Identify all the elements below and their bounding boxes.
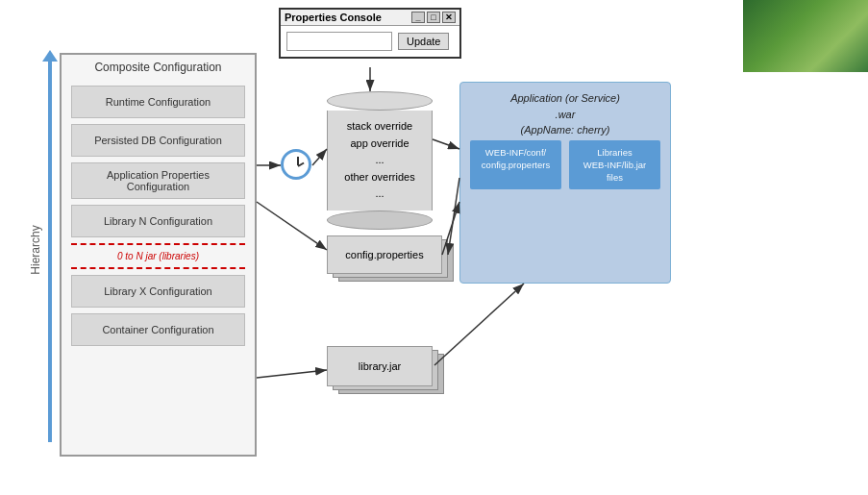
library-jar-box: library.jar [327,346,433,386]
minimize-button[interactable]: _ [411,12,425,23]
app-title-line1: Application (or Service) [510,92,620,104]
library-n-config-item: Library N Configuration [71,205,245,237]
clock-icon [281,149,311,180]
stack-override-line1: stack override [347,120,412,132]
console-titlebar: Properties Console _ □ ✕ [281,10,459,26]
app-title-line3: (AppName: cherry) [521,124,610,136]
app-box-title: Application (or Service) .war (AppName: … [460,83,670,140]
main-container: Properties Console _ □ ✕ Update Hierarch… [0,0,868,495]
hierarchy-label: Hierarchy [29,225,42,274]
runtime-config-item: Runtime Configuration [71,86,245,118]
update-button[interactable]: Update [398,33,449,50]
close-button[interactable]: ✕ [442,12,456,23]
web-inf-box: WEB-INF/conf/ config.properters [470,140,561,190]
cylinder-bottom [327,210,433,230]
config-properties-label: config.properties [345,249,423,260]
library-jar-label: library.jar [359,360,401,372]
console-title: Properties Console [285,12,382,23]
svg-line-4 [312,149,327,165]
dashed-separator [71,243,245,245]
container-config-item: Container Configuration [71,313,245,346]
persisted-db-config-item: Persisted DB Configuration [71,124,245,157]
composite-title: Composite Configuration [62,55,255,80]
svg-line-10 [434,284,524,365]
library-x-config-item: Library X Configuration [71,275,245,308]
app-properties-config-item: Application Properties Configuration [71,162,245,199]
arrow-line [48,58,52,442]
stack-override-line2: app override [350,137,409,149]
stack-override-cylinder: stack override app override ... other ov… [327,91,433,230]
libraries-box: Libraries WEB-INF/lib.jar files [569,140,660,190]
nature-image [743,0,868,72]
dashed-separator-2 [71,267,245,269]
config-properties-box: config.properties [327,235,442,274]
svg-line-9 [257,370,327,378]
dashed-label: 0 to N jar (libraries) [62,249,255,263]
hierarchy-arrow-container: Hierarchy [27,58,56,442]
svg-line-5 [433,139,459,149]
stack-override-line3: ... [375,154,384,165]
composite-config-box: Composite Configuration Runtime Configur… [60,53,257,457]
stack-override-line4: other overrides [344,171,414,183]
cylinder-top [327,91,433,111]
clock-circle [281,149,311,180]
stack-override-line5: ... [375,187,384,199]
app-title-line2: .war [556,109,576,120]
svg-line-7 [257,202,327,250]
app-inner-items: WEB-INF/conf/ config.properters Librarie… [460,140,670,190]
console-body: Update [281,26,459,57]
window-controls: _ □ ✕ [411,12,456,23]
application-box: Application (or Service) .war (AppName: … [459,82,671,284]
console-input[interactable] [286,32,392,51]
cylinder-body: stack override app override ... other ov… [327,111,433,210]
maximize-button[interactable]: □ [427,12,440,23]
properties-console-window: Properties Console _ □ ✕ Update [279,8,461,59]
